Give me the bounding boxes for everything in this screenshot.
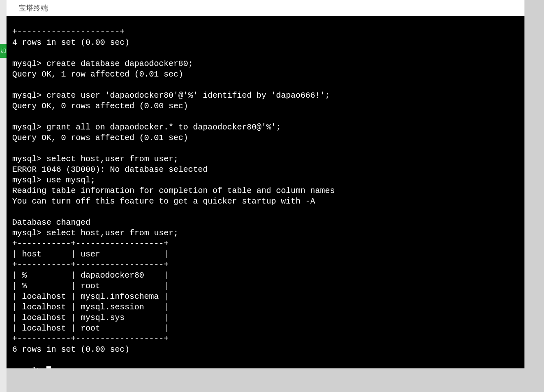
terminal-line: mysql> create user 'dapaodocker80'@'%' i… <box>12 91 330 100</box>
terminal-title: 宝塔终端 <box>19 3 48 13</box>
terminal-line: mysql> use mysql; <box>12 175 95 185</box>
terminal-prompt: mysql> <box>12 366 46 368</box>
terminal-line: ERROR 1046 (3D000): No database selected <box>12 165 208 174</box>
terminal-line: You can turn off this feature to get a q… <box>12 197 315 206</box>
terminal-window: 宝塔终端 +---------------------+ 4 rows in s… <box>7 0 524 368</box>
terminal-line: 4 rows in set (0.00 sec) <box>12 38 129 47</box>
terminal-line: mysql> select host,user from user; <box>12 154 178 164</box>
terminal-line: 6 rows in set (0.00 sec) <box>12 345 129 354</box>
terminal-line: +-----------+------------------+ <box>12 239 169 248</box>
terminal-line: | host | user | <box>12 250 169 259</box>
terminal-line: | localhost | mysql.infoschema | <box>12 292 169 301</box>
terminal-line: Query OK, 0 rows affected (0.01 sec) <box>12 133 188 142</box>
cursor-icon <box>46 366 51 368</box>
add-button-label: 加 <box>0 47 6 55</box>
terminal-line: | localhost | mysql.session | <box>12 302 169 312</box>
terminal-line: +-----------+------------------+ <box>12 334 169 344</box>
terminal-header: 宝塔终端 <box>7 0 524 16</box>
terminal-line: mysql> grant all on dapaodocker.* to dap… <box>12 123 281 132</box>
terminal-line: Reading table information for completion… <box>12 186 335 195</box>
terminal-line: | % | root | <box>12 281 169 291</box>
terminal-line: +---------------------+ <box>12 27 125 37</box>
terminal-line: Query OK, 0 rows affected (0.00 sec) <box>12 101 188 111</box>
terminal-line: | localhost | root | <box>12 324 169 333</box>
terminal-line: mysql> select host,user from user; <box>12 228 178 238</box>
terminal-prompt-line[interactable]: mysql> <box>12 366 519 368</box>
terminal-line: | % | dapaodocker80 | <box>12 271 169 280</box>
terminal-line: +-----------+------------------+ <box>12 260 169 269</box>
terminal-line: mysql> create database dapaodocker80; <box>12 59 193 68</box>
terminal-line: Database changed <box>12 218 90 227</box>
background-sidebar <box>0 0 7 392</box>
terminal-body[interactable]: +---------------------+ 4 rows in set (0… <box>7 16 524 368</box>
add-button[interactable]: 加 <box>0 44 7 58</box>
terminal-line: | localhost | mysql.sys | <box>12 313 169 322</box>
terminal-line: Query OK, 1 row affected (0.01 sec) <box>12 70 183 79</box>
